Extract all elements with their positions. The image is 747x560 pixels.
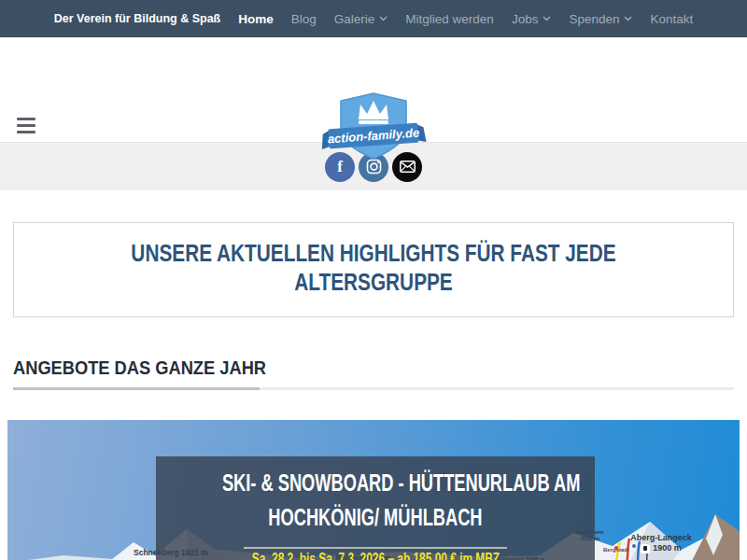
hero-title: SKI- & SNOWBOARD - HÜTTENURLAUB AM HOCHK… [156,466,595,535]
highlights-box: UNSERE AKTUELLEN HIGHLIGHTS FÜR FAST JED… [13,222,734,317]
section-divider [13,387,734,390]
chevron-down-icon [543,16,551,21]
top-navigation-bar: Der Verein für Bildung & Spaß Home Blog … [0,0,747,37]
section-title: ANGEBOTE DAS GANZE JAHR [13,357,266,379]
chevron-down-icon [624,16,632,21]
gondola-lift-icon [641,544,650,553]
hero-caption-overlay: SKI- & SNOWBOARD - HÜTTENURLAUB AM HOCHK… [156,456,595,560]
offers-section-header: ANGEBOTE DAS GANZE JAHR [13,357,734,390]
caption-divider [244,547,507,549]
nav-item-home[interactable]: Home [238,12,274,26]
nav-item-jobs[interactable]: Jobs [512,12,552,26]
nav-item-kontakt[interactable]: Kontakt [650,12,693,26]
hero-date-price-link[interactable]: Sa. 28.2. bis Sa. 7.3. 2026 – ab 185,00 … [251,550,499,560]
site-logo[interactable]: action-family.de [317,90,430,166]
hamburger-menu-icon[interactable] [17,118,35,133]
nav-item-galerie[interactable]: Galerie [334,12,388,26]
chevron-down-icon [379,16,388,21]
nav-item-spenden[interactable]: Spenden [569,12,632,26]
photo-label-aberg-langeck: Aberg-Langeck 1900 m [614,533,708,553]
hero-slide[interactable]: Schneeberg 1921 m Kollmannsegg 1848 m Hu… [7,420,740,560]
site-tagline: Der Verein für Bildung & Spaß [54,12,221,25]
nav-item-mitglied-werden[interactable]: Mitglied werden [405,12,494,26]
nav-item-blog[interactable]: Blog [291,12,317,26]
highlights-title: UNSERE AKTUELLEN HIGHLIGHTS FÜR FAST JED… [93,239,654,297]
site-header: action-family.de [0,37,747,142]
hero-subtitle: Sa. 28.2. bis Sa. 7.3. 2026 – ab 185,00 … [156,550,595,560]
